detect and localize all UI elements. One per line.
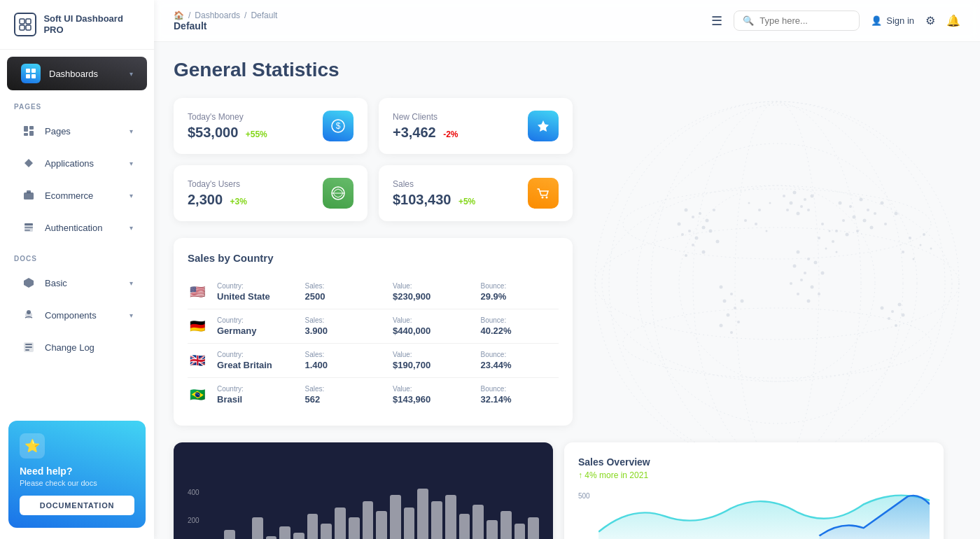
bounce-value: 23.44% bbox=[481, 360, 559, 370]
search-input[interactable] bbox=[760, 15, 850, 26]
bar bbox=[224, 530, 235, 540]
svg-rect-13 bbox=[27, 190, 31, 193]
country-header: Country: bbox=[217, 385, 295, 393]
svg-point-105 bbox=[766, 230, 768, 232]
help-subtitle: Please check our docs bbox=[20, 479, 134, 487]
stat-users-value: 2,300 +3% bbox=[188, 192, 247, 208]
svg-point-88 bbox=[723, 300, 727, 303]
sidebar-item-pages[interactable]: Pages ▾ bbox=[7, 116, 147, 146]
svg-point-118 bbox=[836, 251, 838, 253]
stat-users-label: Today's Users bbox=[188, 179, 247, 189]
authentication-icon bbox=[21, 220, 36, 235]
country-header: Country: bbox=[217, 282, 295, 290]
stat-card-sales: Sales $103,430 +5% bbox=[379, 165, 573, 221]
help-box: ⭐ Need help? Please check our docs DOCUM… bbox=[8, 421, 146, 528]
sidebar-item-components[interactable]: Components ▾ bbox=[7, 300, 147, 330]
sidebar-item-basic[interactable]: Basic ▾ bbox=[7, 268, 147, 298]
bar bbox=[500, 511, 512, 540]
svg-point-72 bbox=[884, 223, 887, 225]
sidebar-item-label-changelog: Change Log bbox=[45, 342, 94, 353]
svg-rect-17 bbox=[24, 230, 30, 231]
sidebar-item-applications[interactable]: Applications ▾ bbox=[7, 148, 147, 178]
clients-icon bbox=[528, 111, 559, 141]
country-col: Country: Brasil bbox=[217, 385, 295, 405]
country-flag: 🇧🇷 bbox=[188, 388, 207, 402]
bar bbox=[321, 524, 332, 540]
notifications-icon[interactable]: 🔔 bbox=[946, 14, 960, 27]
svg-point-80 bbox=[811, 286, 814, 289]
sidebar-item-changelog[interactable]: Change Log bbox=[7, 332, 147, 362]
bounce-header: Bounce: bbox=[481, 351, 559, 358]
sales-header: Sales: bbox=[305, 385, 384, 393]
svg-point-96 bbox=[891, 310, 894, 313]
svg-point-34 bbox=[609, 102, 945, 465]
svg-point-100 bbox=[895, 324, 897, 327]
line-chart-svg bbox=[598, 489, 930, 539]
sidebar-item-label-pages: Pages bbox=[45, 126, 71, 136]
bounce-col: Bounce: 32.14% bbox=[481, 385, 559, 405]
svg-point-37 bbox=[678, 223, 681, 226]
svg-point-57 bbox=[797, 212, 800, 216]
logo-icon bbox=[14, 13, 36, 36]
svg-point-28 bbox=[602, 186, 952, 382]
sales-col: Sales: 562 bbox=[305, 385, 384, 405]
bar bbox=[293, 533, 304, 539]
svg-rect-0 bbox=[20, 19, 24, 24]
ecommerce-icon bbox=[21, 188, 36, 203]
y-labels: 400 200 0 bbox=[188, 489, 200, 539]
stat-money-label: Today's Money bbox=[188, 112, 267, 122]
svg-point-112 bbox=[930, 248, 932, 250]
home-icon: 🏠 bbox=[174, 10, 184, 20]
svg-point-82 bbox=[821, 272, 825, 275]
topbar-right: ☰ 🔍 👤 Sign in ⚙ 🔔 bbox=[711, 10, 960, 31]
svg-point-27 bbox=[595, 227, 959, 340]
svg-point-65 bbox=[863, 219, 867, 223]
sales-value: 562 bbox=[305, 394, 384, 405]
bar bbox=[514, 524, 526, 540]
value-header: Value: bbox=[393, 282, 471, 290]
svg-point-36 bbox=[692, 216, 694, 218]
sales-value: 2500 bbox=[305, 291, 384, 302]
signin-button[interactable]: 👤 Sign in bbox=[871, 15, 914, 26]
value-header: Value: bbox=[393, 385, 471, 393]
sales-header: Sales: bbox=[305, 282, 384, 290]
svg-point-46 bbox=[692, 244, 694, 246]
svg-rect-7 bbox=[31, 74, 36, 78]
svg-point-30 bbox=[623, 308, 931, 378]
svg-point-78 bbox=[814, 261, 818, 265]
sales-header: Sales: bbox=[305, 351, 384, 358]
svg-point-89 bbox=[734, 307, 736, 309]
country-col: Country: United State bbox=[217, 282, 295, 302]
svg-rect-8 bbox=[24, 126, 28, 132]
up-arrow-icon: ↑ bbox=[578, 470, 582, 480]
money-icon: $ bbox=[323, 111, 354, 141]
svg-point-51 bbox=[793, 191, 797, 195]
pages-section-label: PAGES bbox=[0, 92, 154, 115]
stat-sales-value: $103,430 +5% bbox=[393, 192, 475, 208]
changelog-icon bbox=[21, 340, 36, 355]
svg-point-117 bbox=[818, 237, 820, 239]
line-chart-title: Sales Overview bbox=[578, 456, 930, 468]
value-amount: $190,700 bbox=[393, 360, 471, 370]
svg-point-103 bbox=[769, 202, 771, 204]
line-chart-subtitle-text: 4% more in 2021 bbox=[584, 470, 648, 480]
sidebar-item-dashboards[interactable]: Dashboards ▾ bbox=[7, 57, 147, 90]
settings-icon[interactable]: ⚙ bbox=[925, 14, 935, 27]
line-chart-subtitle: ↑ 4% more in 2021 bbox=[578, 470, 930, 480]
content-area: General Statistics Today's Money $53,000… bbox=[154, 42, 980, 539]
stat-card-users: Today's Users 2,300 +3% bbox=[174, 165, 368, 221]
chevron-down-icon: ▾ bbox=[130, 70, 133, 78]
svg-point-19 bbox=[27, 310, 31, 314]
stat-sales-number: $103,430 bbox=[393, 192, 451, 207]
svg-point-61 bbox=[860, 198, 863, 202]
bounce-header: Bounce: bbox=[481, 282, 559, 290]
svg-point-66 bbox=[874, 212, 876, 215]
value-header: Value: bbox=[393, 351, 471, 358]
bar bbox=[252, 517, 263, 540]
sidebar-item-ecommerce[interactable]: Ecommerce ▾ bbox=[7, 181, 147, 210]
chevron-down-icon: ▾ bbox=[130, 312, 133, 319]
documentation-button[interactable]: DOCUMENTATION bbox=[20, 496, 134, 515]
hamburger-icon[interactable]: ☰ bbox=[711, 13, 722, 29]
help-star-icon: ⭐ bbox=[20, 433, 45, 458]
sidebar-item-authentication[interactable]: Authentication ▾ bbox=[7, 213, 147, 242]
